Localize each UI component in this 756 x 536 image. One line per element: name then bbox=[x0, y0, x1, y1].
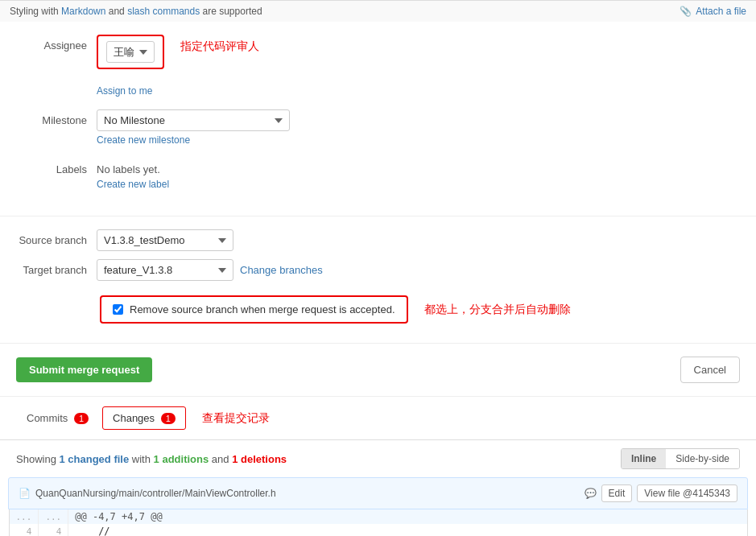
source-branch-label: Source branch bbox=[16, 234, 97, 246]
remove-branch-checkbox-row: Remove source branch when merge request … bbox=[100, 295, 408, 324]
no-labels-text: No labels yet. bbox=[97, 159, 290, 175]
milestone-row: Milestone No Milestone Create new milest… bbox=[16, 109, 740, 146]
attach-file-link[interactable]: Attach a file bbox=[696, 6, 746, 17]
assignee-row: Assignee 王喻 指定代码评审人 bbox=[16, 35, 740, 69]
action-row: Submit merge request Cancel bbox=[0, 344, 756, 397]
changed-file-link[interactable]: 1 changed file bbox=[60, 453, 130, 465]
diff-meta-row: ... ... @@ -4,7 +4,7 @@ bbox=[9, 509, 747, 524]
commits-badge: 1 bbox=[74, 413, 89, 424]
create-label-link[interactable]: Create new label bbox=[97, 179, 290, 190]
diff-line-num: ... bbox=[39, 509, 68, 524]
markdown-link[interactable]: Markdown bbox=[61, 6, 105, 17]
target-branch-wrapper: feature_V1.3.8 Change branches bbox=[97, 259, 323, 281]
target-branch-select[interactable]: feature_V1.3.8 bbox=[97, 259, 233, 281]
paperclip-icon: 📎 bbox=[680, 6, 692, 17]
labels-label: Labels bbox=[16, 159, 97, 175]
target-branch-row: Target branch feature_V1.3.8 Change bran… bbox=[16, 259, 740, 281]
assign-to-me-link[interactable]: Assign to me bbox=[97, 85, 152, 97]
create-milestone-link[interactable]: Create new milestone bbox=[97, 134, 290, 146]
edit-file-btn[interactable]: Edit bbox=[601, 484, 633, 502]
view-file-btn[interactable]: View file @4145343 bbox=[637, 484, 737, 502]
branch-section: Source branch V1.3.8_testDemo Target bra… bbox=[0, 216, 756, 344]
slash-commands-link[interactable]: slash commands bbox=[127, 6, 200, 17]
file-header: 📄 QuanQuanNursing/main/controller/MainVi… bbox=[8, 477, 748, 509]
stats-text: Showing 1 changed file with 1 additions … bbox=[16, 453, 287, 465]
file-path: 📄 QuanQuanNursing/main/controller/MainVi… bbox=[19, 488, 276, 499]
tab-commits[interactable]: Commits 1 bbox=[16, 406, 99, 430]
additions-count: 1 additions bbox=[154, 453, 209, 465]
remove-branch-label: Remove source branch when merge request … bbox=[130, 303, 395, 315]
source-branch-wrapper: V1.3.8_testDemo bbox=[97, 229, 233, 251]
stats-bar: Showing 1 changed file with 1 additions … bbox=[0, 440, 756, 477]
diff-meta-content: @@ -4,7 +4,7 @@ bbox=[68, 509, 747, 524]
labels-row: Labels No labels yet. Create new label bbox=[16, 159, 740, 190]
inline-view-btn[interactable]: Inline bbox=[622, 449, 666, 468]
source-branch-row: Source branch V1.3.8_testDemo bbox=[16, 229, 740, 251]
milestone-select[interactable]: No Milestone bbox=[97, 109, 290, 131]
labels-control: No labels yet. Create new label bbox=[97, 159, 290, 190]
diff-line-num: ... bbox=[9, 509, 39, 524]
milestone-control: No Milestone Create new milestone bbox=[97, 109, 290, 146]
assignee-highlighted: 王喻 bbox=[97, 35, 164, 69]
assignee-annotation: 指定代码评审人 bbox=[180, 35, 259, 54]
remove-branch-annotation: 都选上，分支合并后自动删除 bbox=[424, 303, 571, 317]
remove-branch-checkbox[interactable] bbox=[113, 304, 123, 315]
attach-bar: Styling with Markdown and slash commands… bbox=[0, 0, 756, 22]
file-actions: 💬 Edit View file @4145343 bbox=[585, 484, 737, 502]
tab-changes[interactable]: Changes 1 bbox=[102, 406, 186, 430]
attach-file-area[interactable]: 📎 Attach a file bbox=[680, 6, 746, 17]
page-container: Styling with Markdown and slash commands… bbox=[0, 0, 756, 536]
tabs-annotation: 查看提交记录 bbox=[202, 411, 270, 426]
source-branch-select[interactable]: V1.3.8_testDemo bbox=[97, 229, 233, 251]
target-branch-label: Target branch bbox=[16, 264, 97, 276]
assignee-label: Assignee bbox=[16, 35, 97, 52]
assign-to-me-row: Assign to me bbox=[16, 82, 740, 97]
milestone-label: Milestone bbox=[16, 109, 97, 126]
form-section: Assignee 王喻 指定代码评审人 Assign to me Milesto… bbox=[0, 22, 756, 216]
cancel-button[interactable]: Cancel bbox=[680, 357, 740, 383]
changes-badge: 1 bbox=[161, 413, 176, 424]
file-icon: 📄 bbox=[19, 488, 31, 499]
assignee-select[interactable]: 王喻 bbox=[106, 41, 155, 63]
checkbox-annotation-row: Remove source branch when merge request … bbox=[16, 295, 740, 324]
deletions-count: 1 deletions bbox=[232, 453, 287, 465]
tabs-section: Commits 1 Changes 1 查看提交记录 bbox=[0, 397, 756, 440]
change-branches-link[interactable]: Change branches bbox=[240, 264, 323, 276]
file-path-text: QuanQuanNursing/main/controller/MainView… bbox=[35, 488, 276, 499]
diff-table: ... ... @@ -4,7 +4,7 @@ 4 4 // 5 5 // Cr… bbox=[8, 509, 748, 536]
side-by-side-btn[interactable]: Side-by-side bbox=[666, 449, 739, 468]
view-toggle: Inline Side-by-side bbox=[621, 448, 740, 469]
comment-icon[interactable]: 💬 bbox=[585, 488, 597, 499]
diff-row: 4 4 // bbox=[9, 524, 747, 536]
submit-merge-button[interactable]: Submit merge request bbox=[16, 357, 152, 382]
attach-bar-text: Styling with Markdown and slash commands… bbox=[10, 6, 262, 17]
checkbox-wrapper: Remove source branch when merge request … bbox=[16, 289, 740, 330]
